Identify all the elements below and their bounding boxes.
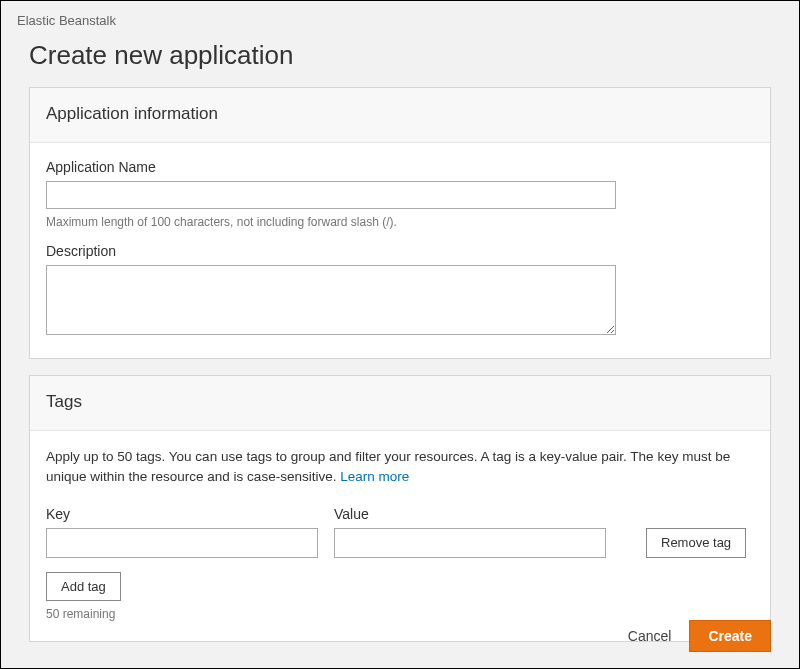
description-input[interactable]: [46, 265, 616, 335]
application-name-helper: Maximum length of 100 characters, not in…: [46, 215, 754, 229]
page-title: Create new application: [1, 36, 799, 87]
description-label: Description: [46, 243, 754, 259]
tags-panel: Tags Apply up to 50 tags. You can use ta…: [29, 375, 771, 642]
tag-key-col: Key: [46, 506, 318, 558]
remove-tag-button[interactable]: Remove tag: [646, 528, 746, 558]
tags-remaining: 50 remaining: [46, 607, 754, 621]
tags-description: Apply up to 50 tags. You can use tags to…: [46, 447, 754, 488]
tag-value-col: Value: [334, 506, 606, 558]
footer-actions: Cancel Create: [628, 620, 771, 652]
description-group: Description: [46, 243, 754, 338]
application-info-body: Application Name Maximum length of 100 c…: [30, 143, 770, 358]
cancel-button[interactable]: Cancel: [628, 628, 672, 644]
app-window: Elastic Beanstalk Create new application…: [0, 0, 800, 669]
tag-key-input[interactable]: [46, 528, 318, 558]
tag-row: Key Value Remove tag: [46, 506, 754, 558]
application-name-group: Application Name Maximum length of 100 c…: [46, 159, 754, 229]
breadcrumb[interactable]: Elastic Beanstalk: [1, 1, 799, 36]
add-tag-button[interactable]: Add tag: [46, 572, 121, 601]
tags-header: Tags: [30, 376, 770, 431]
add-tag-wrap: Add tag: [46, 572, 754, 601]
create-button[interactable]: Create: [689, 620, 771, 652]
tags-body: Apply up to 50 tags. You can use tags to…: [30, 431, 770, 641]
application-name-input[interactable]: [46, 181, 616, 209]
learn-more-link[interactable]: Learn more: [340, 469, 409, 484]
application-info-panel: Application information Application Name…: [29, 87, 771, 359]
application-info-header: Application information: [30, 88, 770, 143]
tag-value-label: Value: [334, 506, 606, 522]
tag-value-input[interactable]: [334, 528, 606, 558]
tag-key-label: Key: [46, 506, 318, 522]
application-name-label: Application Name: [46, 159, 754, 175]
